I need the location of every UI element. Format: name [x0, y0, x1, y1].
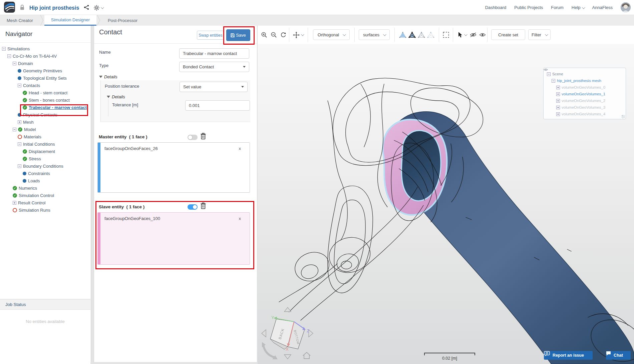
name-input[interactable] [179, 48, 249, 59]
expander-minus-icon[interactable] [552, 79, 555, 83]
tree-item-contacts[interactable]: Contacts [0, 82, 91, 89]
tree-item-numerics[interactable]: Numerics [0, 184, 91, 192]
panel-resize-handle[interactable] [622, 115, 625, 118]
expander-plus-icon[interactable] [556, 92, 560, 96]
position-tolerance-select[interactable]: Set value [180, 82, 248, 92]
tet-wireframe-icon[interactable] [418, 26, 425, 44]
box-select-icon[interactable] [443, 26, 449, 44]
tet-solid-icon[interactable] [399, 26, 406, 44]
tree-item-constraints[interactable]: Constraints [0, 170, 91, 177]
expander-minus-icon[interactable] [13, 62, 16, 65]
cube-arrow-left[interactable] [262, 330, 266, 337]
expander-plus-icon[interactable] [556, 106, 560, 109]
scene-volume-row[interactable]: volumeOnGeoVolumes_3 [547, 104, 622, 111]
master-delete-trash-icon[interactable] [200, 133, 206, 140]
cube-arrow-up[interactable] [284, 307, 291, 312]
master-entity-item[interactable]: faceGroupOnGeoFaces_26 x [104, 146, 245, 151]
slave-visibility-toggle[interactable] [188, 204, 198, 210]
home-view-icon[interactable] [303, 352, 310, 359]
implant-stem-volume[interactable] [383, 112, 634, 364]
tree-item-boundary-conditions[interactable]: Boundary Conditions [0, 162, 91, 170]
tree-item-result-control[interactable]: Result Control [0, 199, 91, 206]
show-entity-icon[interactable] [479, 26, 486, 44]
expander-minus-icon[interactable] [18, 142, 21, 146]
expander-plus-icon[interactable] [556, 86, 560, 89]
expander-minus-icon[interactable] [13, 128, 16, 131]
type-select[interactable]: Bonded Contact [179, 62, 249, 72]
eye-icon[interactable] [544, 68, 548, 71]
slave-delete-trash-icon[interactable] [200, 202, 206, 209]
tab-simulation-designer[interactable]: Simulation Designer [44, 15, 96, 26]
tab-mesh-creator[interactable]: Mesh Creator [0, 15, 40, 26]
settings-gear-icon[interactable] [94, 5, 103, 11]
chat-button[interactable]: Chat [606, 351, 631, 360]
tree-item-head-stem-contact[interactable]: Head - stem contact [0, 89, 91, 96]
tree-item-model[interactable]: Model [0, 126, 91, 133]
tree-item-stress[interactable]: Stress [0, 155, 91, 162]
remove-item-button[interactable]: x [235, 216, 245, 221]
tet-wireframe-dashed-icon[interactable] [427, 26, 434, 44]
pan-icon[interactable] [293, 26, 303, 44]
expander-plus-icon[interactable] [18, 120, 21, 124]
render-mode-dropdown[interactable]: surfaces [359, 29, 390, 40]
tree-item-displacement[interactable]: Displacement [0, 148, 91, 155]
nav-cube[interactable]: BACK BOTTOM Y Z X [262, 307, 313, 359]
expander-minus-icon[interactable] [7, 54, 11, 58]
scene-volume-row[interactable]: volumeOnGeoVolumes_2 [547, 97, 622, 104]
tree-item-loads[interactable]: Loads [0, 177, 91, 184]
scene-volume-row[interactable]: volumeOnGeoVolumes_0 [547, 84, 622, 91]
nav-link-help[interactable]: Help [572, 5, 584, 10]
scene-volume-row[interactable]: volumeOnGeoVolumes_4 [547, 111, 622, 117]
tree-item-material-pair[interactable]: Co-Cr-Mo on Ti-6Al-4V [0, 52, 91, 60]
expander-plus-icon[interactable] [556, 112, 560, 116]
share-icon[interactable] [84, 5, 89, 11]
zoom-out-icon[interactable] [271, 26, 277, 44]
scene-mesh-row[interactable]: hip_joint_prosthesis mesh [547, 77, 622, 84]
expander-minus-icon[interactable] [547, 72, 551, 76]
swap-entities-button[interactable]: Swap entities [197, 31, 224, 40]
remove-item-button[interactable]: x [235, 146, 245, 151]
nav-link-public-projects[interactable]: Public Projects [514, 5, 543, 10]
tree-item-geometry-primitives[interactable]: Geometry Primitives [0, 67, 91, 74]
create-set-button[interactable]: Create set [491, 29, 525, 40]
tet-solid-edges-icon[interactable] [408, 26, 416, 44]
nav-link-forum[interactable]: Forum [551, 5, 564, 10]
tree-item-simulation-runs[interactable]: Simulation Runs [0, 206, 91, 214]
hide-entity-icon[interactable] [470, 26, 477, 44]
user-name[interactable]: AnnaFless [592, 5, 613, 10]
render-canvas[interactable]: BACK BOTTOM Y Z X [258, 44, 634, 364]
tab-post-processor[interactable]: Post-Processor [101, 15, 144, 26]
tree-item-physical-contacts[interactable]: Physical Contacts [0, 111, 91, 118]
tree-item-domain[interactable]: Domain [0, 60, 91, 67]
expander-minus-icon[interactable] [18, 84, 21, 87]
master-visibility-toggle[interactable] [188, 135, 198, 140]
details-toggle[interactable]: Details [99, 74, 117, 79]
report-issue-button[interactable]: Report an issue [544, 351, 593, 360]
scene-volume-row-highlighted[interactable]: volumeOnGeoVolumes_1 [547, 91, 622, 97]
details-toggle[interactable]: Details [107, 94, 125, 99]
expander-plus-icon[interactable] [13, 201, 16, 205]
tree-item-initial-conditions[interactable]: Initial Conditions [0, 140, 91, 148]
rotate-view-icon[interactable] [263, 344, 275, 357]
filter-dropdown[interactable]: Filter [528, 29, 551, 40]
cube-arrow-down[interactable] [284, 355, 291, 359]
tree-item-stem-bones-contact[interactable]: Stem - bones contact [0, 96, 91, 104]
save-button[interactable]: Save [226, 29, 250, 41]
scene-root-row[interactable]: Scene [547, 71, 622, 77]
expander-plus-icon[interactable] [556, 99, 560, 103]
simscale-logo-icon[interactable] [4, 2, 15, 14]
expander-minus-icon[interactable] [18, 164, 21, 168]
tree-item-topological-entity-sets[interactable]: Topological Entity Sets [0, 74, 91, 82]
tolerance-input[interactable] [185, 100, 250, 111]
tree-item-materials[interactable]: Materials [0, 133, 91, 140]
user-avatar[interactable] [621, 2, 631, 12]
nav-link-dashboard[interactable]: Dashboard [485, 5, 507, 10]
tree-item-mesh[interactable]: Mesh [0, 118, 91, 126]
slave-entity-item[interactable]: faceGroupOnGeoFaces_100 x [104, 216, 245, 221]
tree-item-simulation-control[interactable]: Simulation Control [0, 192, 91, 199]
zoom-in-icon[interactable] [261, 26, 267, 44]
tree-item-simulations[interactable]: Simulations [0, 45, 91, 52]
tree-item-trabecular-marrow-contact[interactable]: Trabecular - marrow contact [0, 104, 91, 111]
projection-dropdown[interactable]: Orthogonal [313, 29, 350, 40]
expander-minus-icon[interactable] [2, 47, 6, 51]
